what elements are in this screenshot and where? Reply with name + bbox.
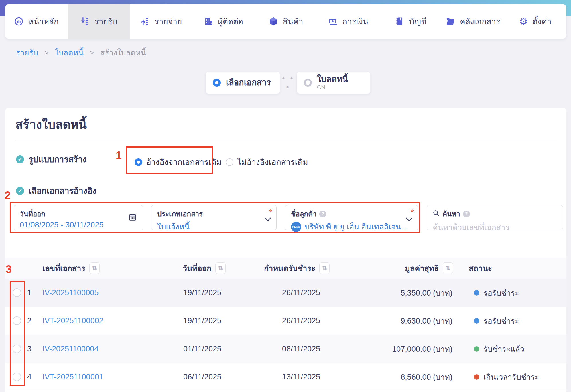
sort-icon[interactable]: ⇅	[89, 262, 100, 274]
annotation-number-2: 2	[5, 189, 11, 202]
nav-item-home[interactable]: หน้าหลัก	[5, 4, 68, 39]
issue-date: 19/11/2025	[183, 307, 221, 335]
option-reference-original[interactable]: อ้างอิงจากเอกสารเดิม	[135, 156, 222, 168]
contacts-icon	[204, 17, 213, 26]
issue-date-label: วันที่ออก	[20, 208, 137, 219]
col-net-value: มูลค่าสุทธิ	[405, 262, 439, 274]
issue-date: 01/11/2025	[183, 335, 221, 363]
nav-item-settings[interactable]: ⚙ ตั้งค่า	[504, 4, 566, 39]
income-icon	[80, 17, 90, 26]
due-date: 26/11/2025	[282, 307, 320, 335]
status-dot	[474, 290, 479, 296]
annotation-number-1: 1	[116, 149, 122, 162]
nav-item-label: รายรับ	[94, 15, 117, 28]
row-radio[interactable]	[13, 373, 21, 381]
status-badge: เกินเวลารับชำระ	[483, 371, 539, 383]
doc-link[interactable]: IVT-20251100002	[42, 316, 103, 325]
breadcrumb-credit-note[interactable]: ใบลดหนี้	[55, 46, 84, 59]
issue-date-filter[interactable]: วันที่ออก 01/08/2025 - 30/11/2025	[14, 205, 143, 230]
col-issue-date: วันที่ออก	[183, 262, 211, 274]
nav-item-documents[interactable]: คลังเอกสาร	[442, 4, 504, 39]
page-title: สร้างใบลดหนี้	[15, 115, 87, 134]
search-icon	[433, 210, 440, 218]
breadcrumb-income[interactable]: รายรับ	[16, 46, 38, 59]
net-amount: 5,350.00 (บาท)	[367, 279, 452, 307]
step-credit-note[interactable]: ใบลดหนี้ CN	[297, 72, 371, 94]
finance-icon	[328, 17, 338, 26]
row-number: 3	[27, 335, 31, 363]
status-dot	[474, 374, 479, 380]
doc-link[interactable]: IVT-20251100001	[42, 373, 103, 381]
creation-type-section: ✔ รูปแบบการสร้าง	[16, 153, 87, 166]
sort-icon[interactable]: ⇅	[215, 262, 226, 274]
breadcrumb-current: สร้างใบลดหนี้	[100, 46, 146, 59]
option-label: ไม่อ้างอิงเอกสารเดิม	[237, 156, 308, 168]
step-label: เลือกเอกสาร	[226, 78, 271, 87]
table-row[interactable]: 3 IV-20251100004 01/11/2025 08/11/2025 1…	[5, 335, 566, 363]
row-number: 4	[27, 363, 31, 391]
due-date: 08/11/2025	[282, 335, 320, 363]
main-navigation: หน้าหลัก รายรับ รายจ่าย ผู้ติดต่อ สินค้า	[5, 4, 566, 39]
expense-icon	[140, 17, 150, 26]
chevron-down-icon	[264, 217, 271, 223]
row-radio[interactable]	[13, 316, 21, 325]
doc-type-label: ประเภทเอกสาร	[157, 208, 271, 219]
help-icon[interactable]: ?	[319, 211, 326, 217]
sort-icon[interactable]: ⇅	[443, 262, 453, 274]
sort-icon[interactable]: ⇅	[319, 262, 330, 274]
nav-item-label: หน้าหลัก	[28, 15, 59, 28]
creation-type-label: รูปแบบการสร้าง	[29, 153, 87, 166]
calendar-icon	[129, 213, 137, 222]
nav-item-label: คลังเอกสาร	[460, 15, 500, 28]
step-radio-off-icon	[304, 79, 312, 87]
status-badge: รอรับชำระ	[483, 287, 519, 299]
table-row[interactable]: 1 IV-20251100005 19/11/2025 26/11/2025 5…	[5, 279, 566, 307]
nav-item-income[interactable]: รายรับ	[68, 4, 130, 39]
breadcrumb-separator: >	[90, 49, 94, 57]
doc-type-select[interactable]: * ประเภทเอกสาร ใบแจ้งหนี้	[151, 205, 277, 230]
required-asterisk: *	[411, 208, 414, 217]
issue-date-value: 01/08/2025 - 30/11/2025	[20, 221, 137, 229]
option-no-reference[interactable]: ไม่อ้างอิงเอกสารเดิม	[226, 156, 308, 168]
radio-unselected-icon	[226, 158, 233, 166]
row-number: 1	[27, 279, 31, 307]
chevron-down-icon	[406, 217, 413, 223]
reference-doc-label: เลือกเอกสารอ้างอิง	[29, 184, 97, 197]
nav-item-label: รายจ่าย	[155, 15, 182, 28]
help-icon[interactable]: ?	[463, 211, 470, 217]
issue-date: 06/11/2025	[183, 363, 221, 391]
customer-avatar: PEAK	[291, 222, 301, 232]
main-panel: สร้างใบลดหนี้ ✔ รูปแบบการสร้าง อ้างอิงจา…	[5, 108, 566, 392]
nav-item-expense[interactable]: รายจ่าย	[130, 4, 192, 39]
step-select-document[interactable]: เลือกเอกสาร	[206, 72, 280, 94]
nav-item-accounting[interactable]: บัญชี	[379, 4, 442, 39]
search-placeholder: ค้นหาด้วยเลขที่เอกสาร	[433, 221, 557, 233]
due-date: 26/11/2025	[282, 279, 320, 307]
col-doc-no: เลขที่เอกสาร	[42, 262, 85, 274]
search-input[interactable]: ค้นหา ? ค้นหาด้วยเลขที่เอกสาร	[427, 205, 563, 230]
check-circle-icon: ✔	[16, 155, 24, 163]
products-icon	[269, 17, 278, 26]
table-row[interactable]: 2 IVT-20251100002 19/11/2025 26/11/2025 …	[5, 307, 566, 335]
doc-link[interactable]: IV-20251100004	[42, 345, 99, 353]
step-sublabel: CN	[317, 84, 348, 91]
issue-date: 19/11/2025	[183, 279, 221, 307]
doc-type-value: ใบแจ้งหนี้	[157, 221, 271, 233]
doc-link[interactable]: IV-20251100005	[42, 288, 99, 297]
customer-select[interactable]: * ชื่อลูกค้า ? PEAK บริษัท พี ยู ยู เอ็น…	[285, 205, 418, 230]
breadcrumb: รายรับ > ใบลดหนี้ > สร้างใบลดหนี้	[16, 46, 146, 59]
due-date: 13/11/2025	[282, 363, 320, 391]
nav-item-products[interactable]: สินค้า	[255, 4, 317, 39]
row-radio[interactable]	[13, 288, 21, 297]
nav-item-finance[interactable]: การเงิน	[317, 4, 379, 39]
col-due-date: กำหนดรับชำระ	[264, 262, 315, 274]
nav-item-label: การเงิน	[342, 15, 368, 28]
gear-icon: ⚙	[519, 17, 528, 26]
nav-item-label: ผู้ติดต่อ	[218, 15, 243, 28]
nav-item-contacts[interactable]: ผู้ติดต่อ	[192, 4, 255, 39]
nav-item-label: บัญชี	[409, 15, 426, 28]
table-row[interactable]: 4 IVT-20251100001 06/11/2025 13/11/2025 …	[5, 363, 566, 391]
status-dot	[474, 318, 479, 324]
ledger-icon	[395, 17, 404, 26]
row-radio[interactable]	[13, 345, 21, 353]
